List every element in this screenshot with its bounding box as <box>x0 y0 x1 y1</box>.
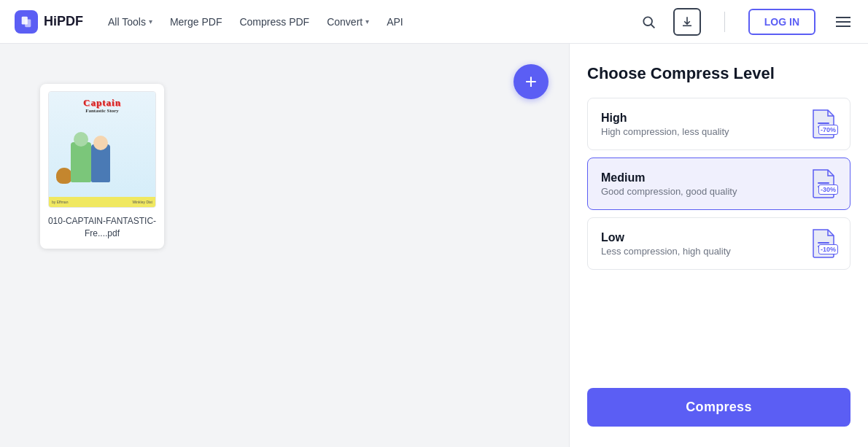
menu-line-2 <box>836 21 850 23</box>
compress-badge-medium: -30% <box>810 168 837 199</box>
download-icon <box>681 15 694 28</box>
badge-percent-low: -10% <box>818 244 838 254</box>
compress-option-low-name: Low <box>601 231 731 244</box>
comic-figures <box>49 114 155 197</box>
plus-icon: + <box>525 71 537 92</box>
pdf-filename: 010-CAPTAIN-FANTASTIC-Fre....pdf <box>47 215 157 240</box>
svg-rect-8 <box>818 242 829 244</box>
comic-bottom-bar: by Effman Winkley Dist <box>49 197 155 207</box>
logo[interactable]: HiPDF <box>15 10 83 34</box>
panel-title: Choose Compress Level <box>587 64 850 83</box>
compress-option-high-text: High High compression, less quality <box>601 112 729 137</box>
comic-green-figure <box>71 142 91 182</box>
comic-title: Captain <box>83 92 121 108</box>
search-icon[interactable] <box>641 15 656 29</box>
comic-cover-art: Captain Fantastic Story by Effman Winkle… <box>49 92 155 207</box>
compress-button[interactable]: Compress <box>587 388 850 427</box>
hamburger-menu[interactable] <box>833 14 853 30</box>
badge-icon-low: -10% <box>810 228 837 259</box>
compress-panel: Choose Compress Level High High compress… <box>569 44 868 447</box>
nav-merge-pdf-label: Merge PDF <box>170 16 222 28</box>
add-file-button[interactable]: + <box>514 64 549 99</box>
nav-api[interactable]: API <box>379 12 411 32</box>
compress-options: High High compression, less quality -70% <box>587 98 850 370</box>
compress-option-high[interactable]: High High compression, less quality -70% <box>587 98 850 150</box>
logo-svg <box>20 15 33 28</box>
brand-name: HiPDF <box>44 14 83 29</box>
compress-option-medium-name: Medium <box>601 171 737 184</box>
pdf-thumbnail: Captain Fantastic Story by Effman Winkle… <box>48 91 156 208</box>
badge-percent-medium: -30% <box>818 184 838 195</box>
nav-links: All Tools ▾ Merge PDF Compress PDF Conve… <box>101 12 411 32</box>
navbar: HiPDF All Tools ▾ Merge PDF Compress PDF… <box>0 0 868 44</box>
nav-compress-pdf[interactable]: Compress PDF <box>232 12 317 32</box>
download-button[interactable] <box>673 8 701 36</box>
comic-subtitle: Fantastic Story <box>85 108 119 114</box>
main-layout: + Captain Fantastic Story by Effman Wink… <box>0 44 868 447</box>
badge-percent-high: -70% <box>818 125 838 135</box>
nav-divider <box>724 12 725 32</box>
compress-badge-high: -70% <box>810 109 837 139</box>
file-panel: + Captain Fantastic Story by Effman Wink… <box>0 44 569 447</box>
nav-convert[interactable]: Convert ▾ <box>319 12 376 32</box>
comic-blue-figure <box>91 144 110 182</box>
chevron-down-icon: ▾ <box>149 18 152 26</box>
nav-all-tools[interactable]: All Tools ▾ <box>101 12 160 32</box>
chevron-down-icon-convert: ▾ <box>365 18 369 26</box>
compress-option-high-name: High <box>601 112 729 125</box>
login-button[interactable]: LOG IN <box>748 9 815 35</box>
pdf-card: Captain Fantastic Story by Effman Winkle… <box>40 84 164 249</box>
compress-option-low-desc: Less compression, high quality <box>601 246 731 257</box>
comic-dog-figure <box>56 168 72 184</box>
menu-line-3 <box>836 26 850 27</box>
nav-api-label: API <box>387 16 403 28</box>
svg-line-3 <box>651 24 655 28</box>
nav-convert-label: Convert <box>327 16 363 28</box>
svg-rect-6 <box>818 182 829 184</box>
compress-option-medium[interactable]: Medium Good compression, good quality -3… <box>587 158 850 210</box>
compress-option-medium-text: Medium Good compression, good quality <box>601 171 737 197</box>
nav-merge-pdf[interactable]: Merge PDF <box>163 12 230 32</box>
menu-line-1 <box>836 17 850 18</box>
nav-compress-pdf-label: Compress PDF <box>239 16 309 28</box>
nav-all-tools-label: All Tools <box>108 16 146 28</box>
svg-rect-1 <box>25 19 31 27</box>
badge-icon-medium: -30% <box>810 168 837 199</box>
badge-icon-high: -70% <box>810 109 837 139</box>
compress-option-low[interactable]: Low Less compression, high quality -10% <box>587 217 850 270</box>
logo-icon <box>15 10 38 34</box>
svg-rect-4 <box>818 123 829 124</box>
svg-point-2 <box>643 17 652 26</box>
compress-badge-low: -10% <box>810 228 837 259</box>
compress-option-low-text: Low Less compression, high quality <box>601 231 731 257</box>
compress-option-high-desc: High compression, less quality <box>601 126 729 137</box>
compress-option-medium-desc: Good compression, good quality <box>601 186 737 197</box>
